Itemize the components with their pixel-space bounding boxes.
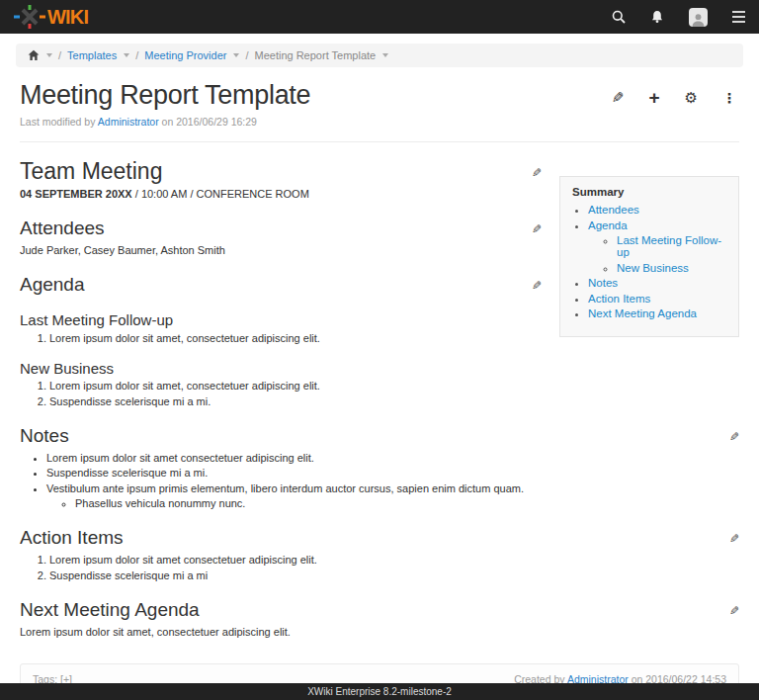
breadcrumb-item-meeting-provider[interactable]: Meeting Provider <box>144 49 226 61</box>
list-item: Suspendisse scelerisque mi a mi <box>49 569 739 581</box>
breadcrumb-separator: / <box>58 49 61 61</box>
summary-title: Summary <box>572 186 726 198</box>
document-main: Meeting Report Template ✎ + ⚙ ⋮ Last mod… <box>0 80 759 695</box>
list-item: Last Meeting Follow-up <box>617 234 726 258</box>
list-item: Attendees <box>588 204 726 216</box>
section-heading-next-meeting-agenda: ✎ Next Meeting Agenda <box>20 599 739 621</box>
list-item: Agenda Last Meeting Follow-up New Busine… <box>588 219 726 274</box>
section-heading-action-items: ✎ Action Items <box>20 527 739 549</box>
administrator-link[interactable]: Administrator <box>98 116 159 128</box>
list-item: Suspendisse scelerisque mi a mi. <box>46 467 739 479</box>
person-icon <box>691 12 706 27</box>
search-icon[interactable] <box>612 10 626 24</box>
summary-panel: Summary Attendees Agenda Last Meeting Fo… <box>559 176 739 337</box>
settings-gear-icon[interactable]: ⚙ <box>685 90 698 106</box>
edit-section-icon[interactable]: ✎ <box>532 166 542 180</box>
drawer-menu-icon[interactable] <box>732 11 745 23</box>
edit-section-icon[interactable]: ✎ <box>729 604 739 618</box>
next-meeting-text: Lorem ipsum dolor sit amet, consectetuer… <box>20 626 739 638</box>
list-item: Vestibulum ante ipsum primis elementum, … <box>46 482 739 510</box>
edit-section-icon[interactable]: ✎ <box>532 222 542 236</box>
list-item: Lorem ipsum dolor sit amet consectetuer … <box>46 452 739 464</box>
section-heading-text: Notes <box>20 425 69 446</box>
chevron-down-icon[interactable] <box>46 53 52 57</box>
notes-list: Lorem ipsum dolor sit amet consectetuer … <box>20 452 739 510</box>
list-item-text: Vestibulum ante ipsum primis elementum, … <box>46 482 524 494</box>
summary-link-new-business[interactable]: New Business <box>617 262 689 274</box>
last-modified-text: Last modified by Administrator on 2016/0… <box>20 116 739 128</box>
edit-section-icon[interactable]: ✎ <box>532 279 542 293</box>
meeting-time-location: / 10:00 AM / CONFERENCE ROOM <box>132 188 309 200</box>
list-item: Lorem ipsum dolor sit amet consectetuer … <box>49 554 739 566</box>
section-heading-text: Agenda <box>20 274 85 295</box>
modified-suffix: on 2016/06/29 16:29 <box>162 116 257 128</box>
page-actions: ✎ + ⚙ ⋮ <box>612 90 739 106</box>
summary-link-next-meeting-agenda[interactable]: Next Meeting Agenda <box>588 307 697 319</box>
notifications-bell-icon[interactable] <box>650 10 664 24</box>
summary-link-attendees[interactable]: Attendees <box>588 204 639 216</box>
section-heading-notes: ✎ Notes <box>20 425 739 447</box>
list-item: Next Meeting Agenda <box>588 307 726 319</box>
topbar-icons <box>612 8 745 27</box>
breadcrumb: / Templates / Meeting Provider / Meeting… <box>16 44 743 67</box>
summary-link-action-items[interactable]: Action Items <box>588 293 650 305</box>
notes-sublist: Phasellus vehicula nonummy nunc. <box>46 497 739 509</box>
action-items-list: Lorem ipsum dolor sit amet consectetuer … <box>20 554 739 581</box>
chevron-down-icon[interactable] <box>124 53 129 57</box>
section-heading-new-business: New Business <box>20 360 739 377</box>
page-title: Meeting Report Template <box>20 80 310 111</box>
modified-prefix: Last modified by <box>20 116 95 128</box>
breadcrumb-item-templates[interactable]: Templates <box>67 49 117 61</box>
section-heading-text: Team Meeting <box>20 158 162 184</box>
edit-section-icon[interactable]: ✎ <box>729 430 739 444</box>
breadcrumb-separator: / <box>245 49 248 61</box>
section-heading-text: Action Items <box>20 527 124 548</box>
section-heading-text: Attendees <box>20 218 105 238</box>
header-divider <box>20 141 739 142</box>
home-icon[interactable] <box>28 49 40 61</box>
version-footer: XWiki Enterprise 8.2-milestone-2 <box>0 683 759 700</box>
section-heading-text: Next Meeting Agenda <box>20 599 200 620</box>
user-avatar[interactable] <box>689 8 708 27</box>
xwiki-logo[interactable]: WIKI <box>14 5 88 29</box>
list-item: Phasellus vehicula nonummy nunc. <box>75 497 739 509</box>
chevron-down-icon[interactable] <box>233 53 239 57</box>
summary-link-agenda[interactable]: Agenda <box>588 219 628 231</box>
document-content: Summary Attendees Agenda Last Meeting Fo… <box>20 158 739 638</box>
document-header: Meeting Report Template ✎ + ⚙ ⋮ <box>20 80 739 111</box>
summary-link-last-meeting-follow-up[interactable]: Last Meeting Follow-up <box>617 234 721 258</box>
chevron-down-icon[interactable] <box>382 53 388 57</box>
meeting-date: 04 SEPTEMBER 20XX <box>20 188 132 200</box>
list-item: Action Items <box>588 293 726 305</box>
list-item: New Business <box>617 262 726 274</box>
summary-toc-sublist: Last Meeting Follow-up New Business <box>588 234 726 274</box>
summary-link-notes[interactable]: Notes <box>588 277 618 289</box>
xwiki-logo-text: WIKI <box>47 6 88 29</box>
xwiki-x-icon <box>14 5 45 29</box>
summary-toc: Attendees Agenda Last Meeting Follow-up … <box>572 204 726 319</box>
version-text: XWiki Enterprise 8.2-milestone-2 <box>307 686 452 697</box>
top-navbar: WIKI <box>0 0 759 34</box>
breadcrumb-item-current: Meeting Report Template <box>254 49 376 61</box>
breadcrumb-separator: / <box>135 49 138 61</box>
create-page-icon[interactable]: + <box>648 90 659 106</box>
edit-page-icon[interactable]: ✎ <box>612 90 625 106</box>
list-item: Suspendisse scelerisque mi a mi. <box>49 395 739 407</box>
more-actions-kebab-icon[interactable]: ⋮ <box>722 90 736 106</box>
list-item: Lorem ipsum dolor sit amet, consectetuer… <box>49 380 739 392</box>
list-item: Notes <box>588 277 726 289</box>
new-business-list: Lorem ipsum dolor sit amet, consectetuer… <box>20 380 739 407</box>
edit-section-icon[interactable]: ✎ <box>729 532 739 546</box>
